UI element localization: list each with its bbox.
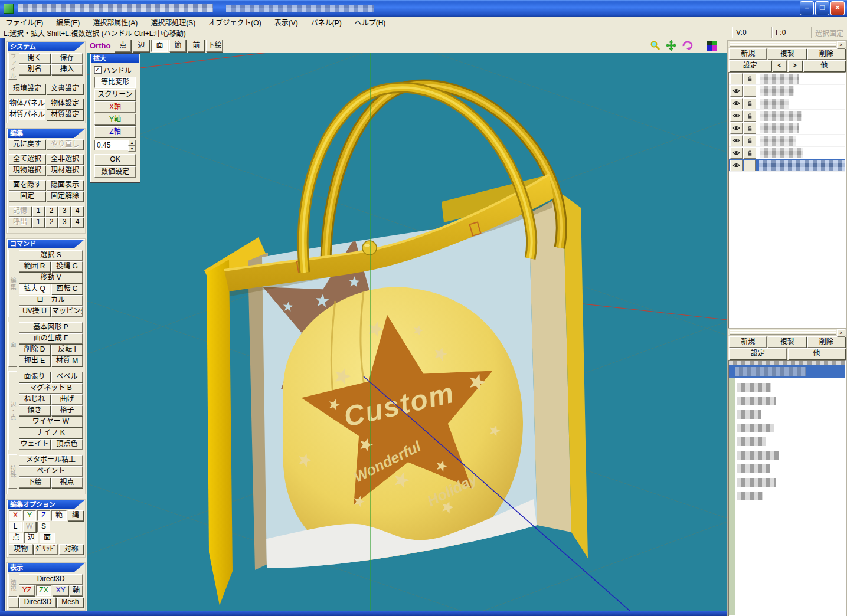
command-button-ねじれ[interactable]: ねじれ [19,394,50,405]
material-button-設定[interactable]: 設定 [729,348,787,359]
edit-button-4[interactable]: 4 [71,206,83,217]
option-button-辺[interactable]: 辺 [24,533,38,543]
edit-button-呼出[interactable]: 呼出 [9,217,31,228]
edit-button-やり直し[interactable]: やり直し [47,139,83,150]
object-button-削除[interactable]: 削除 [807,48,845,60]
object-panel-grip[interactable]: × [728,41,846,48]
zoom-tool-icon[interactable] [650,40,660,51]
lock-icon[interactable] [744,160,756,171]
edit-button-固定[interactable]: 固定 [9,191,45,202]
menu-item-6[interactable]: パネル(P) [311,17,342,27]
command-button-材質 M[interactable]: 材質 M [51,356,83,366]
material-button-新規[interactable]: 新規 [729,336,767,348]
scale-button-等比変形[interactable]: 等比変形 [94,77,136,88]
scale-panel-header[interactable]: 拡大 [91,54,139,63]
command-button-基本図形 P[interactable]: 基本図形 P [19,322,83,333]
scale-value[interactable]: 0.45 [94,140,128,150]
display-button-Direct3D[interactable]: Direct3D [19,597,56,608]
3d-viewport[interactable]: Custom Wonderful Holiday [87,53,727,611]
system-button-物体パネル[interactable]: 物体パネル [9,99,45,109]
object-row-1[interactable] [729,85,845,97]
object-button-複製[interactable]: 複製 [768,48,806,60]
close-button[interactable]: × [830,1,845,15]
object-row-2[interactable] [729,97,845,110]
command-button-格子[interactable]: 格子 [51,405,83,416]
lock-icon[interactable] [744,135,756,146]
spinner-up-icon[interactable]: ▴ [128,140,136,146]
material-panel-close-icon[interactable]: × [837,329,845,337]
display-button-軸[interactable]: 軸 [70,585,83,596]
pan-tool-icon[interactable] [665,40,677,51]
system-button-材質パネル[interactable]: 材質パネル [9,110,45,120]
command-button-頂点色[interactable]: 頂点色 [51,439,83,450]
object-row-0[interactable] [729,73,845,85]
edit-button-面を隠す[interactable]: 面を隠す [9,180,45,191]
command-group-tab-3[interactable]: 特殊 [8,454,17,489]
command-button-反転 I[interactable]: 反転 I [51,345,83,355]
command-group-tab-0[interactable]: 編集 [8,250,17,317]
edit-button-記憶[interactable]: 記憶 [9,206,31,217]
vtb-button-簡[interactable]: 簡 [169,40,186,52]
command-button-マグネット B[interactable]: マグネット B [19,383,83,394]
command-button-投縄 G[interactable]: 投縄 G [51,261,83,272]
view-colors-icon[interactable] [707,41,717,51]
visibility-eye-icon[interactable] [730,86,743,97]
edit-button-2[interactable]: 2 [45,206,57,217]
display-button-Direct3D[interactable]: Direct3D [19,574,83,585]
system-button-挿入[interactable]: 挿入 [51,64,83,75]
menu-item-7[interactable]: ヘルプ(H) [355,17,386,27]
option-button-面[interactable]: 面 [40,533,55,543]
command-group-tab-2[interactable]: 辺・点 [8,371,17,450]
command-button-面張り[interactable]: 面張り [19,372,50,382]
edit-button-現材選択[interactable]: 現材選択 [47,165,83,176]
command-button-ワイヤー W[interactable]: ワイヤー W [19,417,83,427]
option-button-X[interactable]: X [9,510,22,521]
lock-icon[interactable] [744,86,756,97]
vtb-button-面[interactable]: 面 [151,40,168,52]
material-button-複製[interactable]: 複製 [768,336,806,348]
visibility-eye-icon[interactable] [730,160,743,171]
command-button-ナイフ K[interactable]: ナイフ K [19,428,83,438]
edit-button-隠面表示[interactable]: 隠面表示 [47,180,83,191]
system-button-保存[interactable]: 保存 [51,53,83,64]
command-button-下絵[interactable]: 下絵 [19,477,50,488]
edit-button-全て選択[interactable]: 全て選択 [9,154,45,165]
edit-button-現物選択[interactable]: 現物選択 [9,165,45,176]
option-button-ｸﾞﾘｯﾄﾞ[interactable]: ｸﾞﾘｯﾄﾞ [34,544,58,555]
command-button-移動 V[interactable]: 移動 V [19,273,83,283]
command-button-拡大 Q[interactable]: 拡大 Q [19,284,50,294]
lock-icon[interactable] [744,148,756,159]
command-button-選択 S[interactable]: 選択 S [19,250,83,261]
material-row-selected[interactable] [729,365,845,378]
object-button-設定[interactable]: 設定 [729,60,771,71]
option-button-現物[interactable]: 現物 [9,544,33,555]
command-button-マッピング[interactable]: マッピング [51,306,83,317]
command-button-視点[interactable]: 視点 [51,477,83,488]
object-button-<[interactable]: < [773,60,787,71]
object-row-7[interactable] [729,159,845,172]
edit-button-1[interactable]: 1 [32,217,44,228]
display-button-XY[interactable]: XY [53,585,68,596]
scale-button-Z軸[interactable]: Z軸 [94,126,136,137]
system-button-環境設定[interactable]: 環境設定 [9,84,45,94]
scale-tool-panel[interactable]: 拡大 ✓ ハンドル 等比変形スクリーンX軸Y軸Z軸 0.45 ▴ ▾ OK 数値… [90,53,140,183]
object-row-5[interactable] [729,135,845,147]
numeric-settings-button[interactable]: 数値設定 [94,166,136,178]
vtb-button-下絵[interactable]: 下絵 [206,40,223,52]
system-button-別名[interactable]: 別名 [19,64,50,75]
lock-icon[interactable] [744,98,756,109]
tote-bag-model[interactable]: Custom Wonderful Holiday [204,85,588,605]
display-button-YZ[interactable]: YZ [19,585,35,596]
menu-item-3[interactable]: 選択部処理(S) [151,17,195,27]
option-button-対称[interactable]: 対称 [59,544,83,555]
option-button-範[interactable]: 範 [51,510,67,521]
object-row-4[interactable] [729,122,845,135]
edit-button-全非選択[interactable]: 全非選択 [47,154,83,165]
spinner-down-icon[interactable]: ▾ [128,146,136,152]
handle-checkbox[interactable]: ✓ [94,66,102,74]
command-button-傾き[interactable]: 傾き [19,405,50,416]
menu-item-4[interactable]: オブジェクト(O) [208,17,261,27]
lock-icon[interactable] [744,123,756,134]
object-list[interactable] [728,72,846,332]
option-button-点[interactable]: 点 [9,533,23,543]
